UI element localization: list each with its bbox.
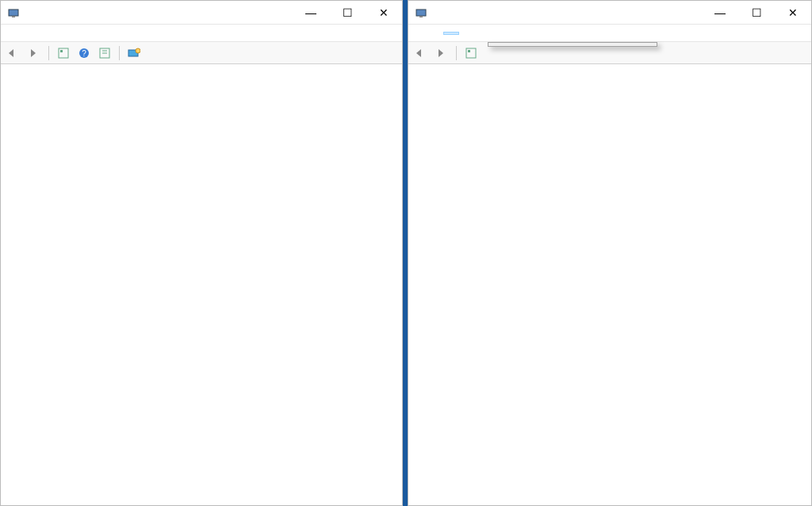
toolbar-scan-button[interactable] — [124, 44, 144, 62]
toolbar-btn-3[interactable] — [95, 44, 114, 62]
toolbar-btn-help[interactable]: ? — [75, 44, 94, 62]
forward-button[interactable] — [432, 44, 451, 62]
menu-file[interactable] — [4, 32, 20, 35]
minimize-button[interactable]: — — [293, 1, 329, 25]
svg-rect-14 — [468, 50, 470, 52]
toolbar-btn-1[interactable] — [54, 44, 73, 62]
minimize-button[interactable]: — — [702, 1, 738, 25]
svg-rect-2 — [59, 48, 68, 58]
svg-rect-12 — [419, 16, 423, 17]
svg-rect-0 — [9, 10, 18, 16]
menu-action[interactable] — [20, 32, 36, 35]
toolbar: ? — [1, 42, 402, 64]
svg-rect-11 — [416, 10, 426, 16]
back-button[interactable] — [4, 44, 23, 62]
view-dropdown — [488, 42, 657, 47]
maximize-button[interactable]: ☐ — [329, 1, 366, 25]
app-icon — [7, 6, 20, 19]
device-tree[interactable] — [1, 64, 402, 505]
close-button[interactable]: ✕ — [366, 1, 402, 25]
svg-rect-13 — [466, 48, 476, 58]
svg-text:?: ? — [82, 49, 86, 58]
menu-file[interactable] — [412, 32, 427, 35]
menu-help[interactable] — [459, 32, 475, 35]
forward-button[interactable] — [25, 44, 44, 62]
menu-view[interactable] — [36, 32, 52, 35]
menu-view[interactable] — [443, 32, 459, 35]
device-manager-window-left: — ☐ ✕ ? — [0, 0, 403, 506]
svg-rect-3 — [60, 50, 63, 52]
titlebar[interactable]: — ☐ ✕ — [1, 1, 402, 25]
toolbar-btn-1[interactable] — [462, 44, 481, 62]
menu-action[interactable] — [427, 32, 443, 35]
titlebar[interactable]: — ☐ ✕ — [408, 1, 811, 25]
menu-help[interactable] — [52, 32, 67, 35]
svg-rect-1 — [12, 16, 15, 17]
device-tree[interactable] — [408, 64, 811, 505]
menubar — [408, 25, 811, 42]
back-button[interactable] — [412, 44, 431, 62]
app-icon — [415, 6, 427, 19]
maximize-button[interactable]: ☐ — [738, 1, 775, 25]
close-button[interactable]: ✕ — [775, 1, 811, 25]
svg-point-10 — [136, 48, 140, 53]
device-manager-window-right: — ☐ ✕ — [408, 0, 812, 506]
menubar — [1, 25, 402, 42]
